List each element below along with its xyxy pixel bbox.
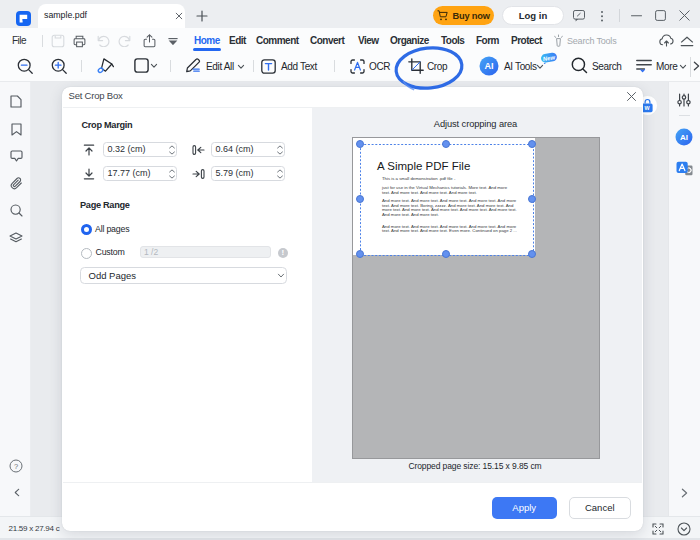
svg-text:w: w [644, 103, 651, 110]
svg-text:AI: AI [680, 133, 688, 142]
svg-text:AI: AI [485, 61, 494, 71]
svg-text:?: ? [14, 462, 18, 471]
